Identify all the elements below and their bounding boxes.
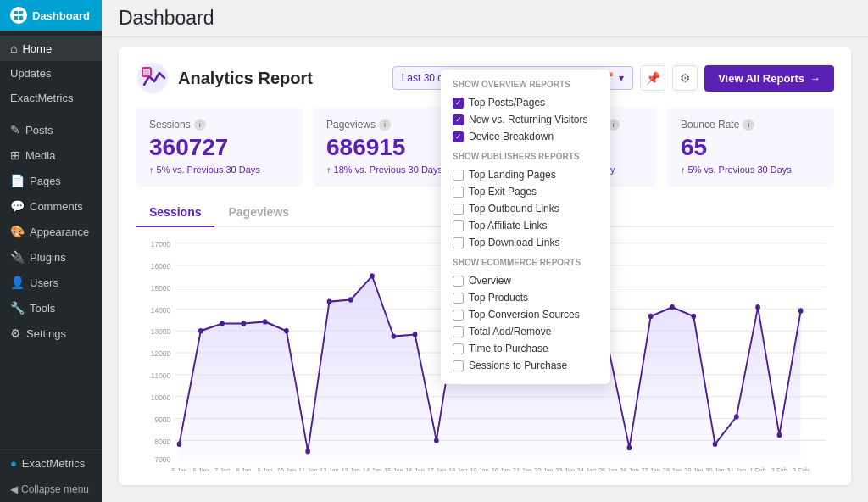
- svg-point-29: [198, 328, 203, 333]
- svg-text:19 Jan: 19 Jan: [470, 467, 488, 471]
- sidebar-header[interactable]: Dashboard: [0, 0, 102, 31]
- sidebar-item-users[interactable]: 👤 Users: [0, 270, 102, 295]
- sidebar-item-plugins[interactable]: 🔌 Plugins: [0, 244, 102, 270]
- svg-text:13 Jan: 13 Jan: [342, 467, 360, 471]
- checkbox-top-posts[interactable]: ✓: [453, 98, 464, 109]
- settings-icon: ⚙: [10, 326, 21, 340]
- checkbox-top-outbound[interactable]: [453, 204, 464, 215]
- dropdown-item-overview[interactable]: Overview: [453, 272, 598, 289]
- posts-icon: ✎: [10, 123, 20, 137]
- svg-text:16 Jan: 16 Jan: [405, 467, 424, 471]
- svg-text:20 Jan: 20 Jan: [491, 467, 509, 471]
- pages-icon: 📄: [10, 174, 25, 187]
- sidebar-item-exactmetrics-top[interactable]: ExactMetrics: [0, 86, 102, 110]
- chevron-down-icon: ▾: [619, 72, 624, 84]
- sidebar-item-tools[interactable]: 🔧 Tools: [0, 295, 102, 321]
- sidebar-item-exactmetrics[interactable]: ● ExactMetrics: [0, 449, 102, 477]
- checkbox-device-breakdown[interactable]: ✓: [453, 131, 464, 142]
- dropdown-item-top-outbound[interactable]: Top Outbound Links: [453, 200, 598, 217]
- svg-text:14 Jan: 14 Jan: [363, 467, 381, 471]
- sidebar-item-settings[interactable]: ⚙ Settings: [0, 321, 102, 346]
- svg-text:10000: 10000: [151, 393, 170, 402]
- dropdown-item-total-add-remove[interactable]: Total Add/Remove: [453, 323, 598, 340]
- dropdown-item-top-landing[interactable]: Top Landing Pages: [453, 166, 598, 183]
- svg-text:27 Jan: 27 Jan: [641, 467, 659, 471]
- checkbox-top-download[interactable]: [453, 237, 464, 248]
- view-all-reports-button[interactable]: View All Reports →: [704, 65, 834, 92]
- tab-pageviews[interactable]: Pageviews: [214, 198, 303, 227]
- comments-icon: 💬: [10, 199, 25, 213]
- svg-point-53: [713, 441, 718, 446]
- sidebar-item-updates[interactable]: Updates: [0, 61, 102, 86]
- analytics-title: Analytics Report: [178, 69, 313, 88]
- dropdown-item-top-download[interactable]: Top Download Links: [453, 234, 598, 251]
- svg-text:15 Jan: 15 Jan: [384, 467, 403, 471]
- info-icon-bounce-rate[interactable]: i: [743, 119, 754, 131]
- checkbox-new-vs-returning[interactable]: ✓: [453, 114, 464, 126]
- svg-text:9 Jan: 9 Jan: [257, 467, 272, 471]
- svg-point-37: [370, 273, 375, 278]
- svg-point-32: [263, 319, 268, 324]
- tab-sessions[interactable]: Sessions: [136, 198, 214, 227]
- info-icon-sessions[interactable]: i: [194, 119, 206, 131]
- checkbox-total-add-remove[interactable]: [453, 326, 464, 337]
- svg-text:16000: 16000: [151, 261, 170, 271]
- sidebar-item-appearance[interactable]: 🎨 Appearance: [0, 219, 102, 244]
- pin-icon: 📌: [646, 71, 660, 85]
- dropdown-item-top-posts[interactable]: ✓ Top Posts/Pages: [453, 94, 598, 111]
- sidebar-item-comments[interactable]: 💬 Comments: [0, 193, 102, 219]
- dropdown-item-top-exit[interactable]: Top Exit Pages: [453, 183, 598, 200]
- dropdown-item-sessions-to-purchase[interactable]: Sessions to Purchase: [453, 357, 598, 374]
- checkbox-top-landing[interactable]: [453, 170, 464, 181]
- settings-button[interactable]: ⚙: [672, 65, 698, 91]
- dropdown-item-time-to-purchase[interactable]: Time to Purchase: [453, 340, 598, 357]
- sidebar: Dashboard ⌂ Home Updates ExactMetrics ✎ …: [0, 0, 102, 502]
- stat-card-bounce-rate: Bounce Rate i 65 ↑ 5% vs. Previous 30 Da…: [667, 107, 834, 187]
- svg-text:12 Jan: 12 Jan: [320, 467, 338, 471]
- dropdown-item-top-affiliate[interactable]: Top Affiliate Links: [453, 217, 598, 234]
- media-icon: ⊞: [10, 148, 20, 162]
- svg-point-50: [648, 314, 654, 319]
- users-icon: 👤: [10, 276, 25, 289]
- sidebar-item-pages[interactable]: 📄 Pages: [0, 168, 102, 193]
- main-content: Dashboard Analytics Report Las: [102, 0, 868, 502]
- svg-text:12000: 12000: [151, 349, 170, 359]
- checkbox-time-to-purchase[interactable]: [453, 343, 464, 354]
- svg-text:11 Jan: 11 Jan: [298, 467, 317, 471]
- collapse-menu-button[interactable]: ◀ Collapse menu: [0, 477, 102, 502]
- dropdown-item-top-conversion[interactable]: Top Conversion Sources: [453, 306, 598, 323]
- checkbox-top-exit[interactable]: [453, 187, 464, 198]
- dashboard-icon: [10, 7, 27, 24]
- sidebar-item-posts[interactable]: ✎ Posts: [0, 117, 102, 142]
- svg-text:17000: 17000: [151, 240, 170, 249]
- sidebar-item-media[interactable]: ⊞ Media: [0, 142, 102, 168]
- stat-change-bounce-rate: ↑ 5% vs. Previous 30 Days: [681, 165, 821, 175]
- checkbox-top-conversion[interactable]: [453, 310, 464, 321]
- svg-text:10 Jan: 10 Jan: [277, 467, 296, 471]
- info-icon-pageviews[interactable]: i: [379, 119, 391, 131]
- tools-icon: 🔧: [10, 301, 25, 315]
- dropdown-item-top-products[interactable]: Top Products: [453, 289, 598, 306]
- svg-text:23 Jan: 23 Jan: [555, 467, 574, 471]
- plugins-icon: 🔌: [10, 250, 25, 264]
- svg-text:7000: 7000: [154, 455, 170, 465]
- svg-point-40: [434, 438, 439, 443]
- sidebar-item-home[interactable]: ⌂ Home: [0, 36, 102, 61]
- checkbox-overview[interactable]: [453, 276, 464, 287]
- svg-text:26 Jan: 26 Jan: [620, 467, 638, 471]
- ecommerce-section-title: Show eCommerce Reports: [453, 258, 598, 267]
- svg-rect-3: [19, 16, 23, 20]
- pin-button[interactable]: 📌: [640, 65, 665, 91]
- svg-rect-1: [19, 11, 23, 14]
- dropdown-item-device-breakdown[interactable]: ✓ Device Breakdown: [453, 128, 598, 145]
- checkbox-top-products[interactable]: [453, 293, 464, 304]
- dropdown-item-new-vs-returning[interactable]: ✓ New vs. Returning Visitors: [453, 111, 598, 128]
- svg-point-34: [305, 449, 310, 454]
- home-icon: ⌂: [10, 42, 17, 55]
- stat-value-sessions: 360727: [149, 134, 289, 161]
- stat-change-sessions: ↑ 5% vs. Previous 30 Days: [149, 165, 289, 175]
- stat-label-sessions: Sessions i: [149, 119, 289, 131]
- checkbox-sessions-to-purchase[interactable]: [453, 360, 464, 371]
- svg-text:8 Jan: 8 Jan: [236, 467, 251, 471]
- checkbox-top-affiliate[interactable]: [453, 220, 464, 231]
